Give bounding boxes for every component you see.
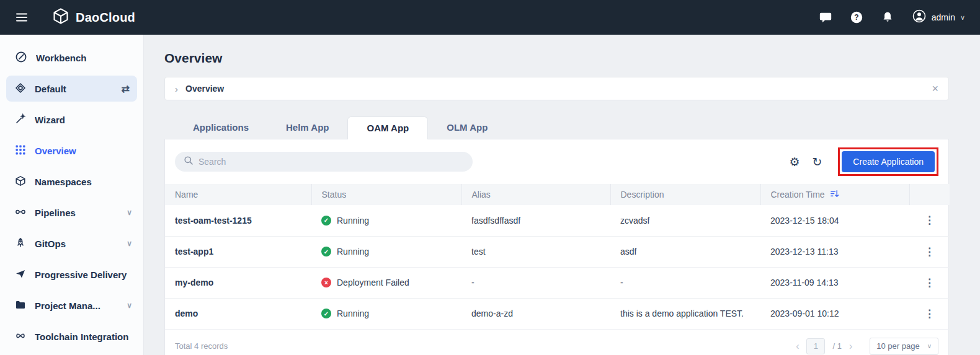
cell-status: ✓ Running [311, 236, 461, 267]
table-footer: Total 4 records ‹ 1 / 1 › 10 per page ∨ [165, 330, 948, 355]
total-records-label: Total 4 records [175, 341, 228, 351]
chevron-down-icon: ∨ [127, 301, 132, 310]
sidebar-item-workbench[interactable]: Workbench [0, 42, 143, 73]
svg-text:?: ? [854, 13, 858, 22]
row-more-actions-icon[interactable]: ⋮ [919, 245, 940, 258]
row-more-actions-icon[interactable]: ⋮ [919, 214, 940, 227]
per-page-select[interactable]: 10 per page ∨ [870, 338, 938, 355]
table-body: test-oam-test-1215 ✓ Running fasdfsdffas… [165, 205, 950, 329]
sidebar-item-progressive-delivery[interactable]: Progressive Delivery [0, 259, 143, 290]
status-cell-content: × Deployment Failed [321, 278, 452, 287]
current-page-input[interactable]: 1 [806, 338, 825, 354]
pagination: ‹ 1 / 1 › 10 per page ∨ [796, 338, 938, 355]
sidebar-item-label: Overview [35, 146, 132, 156]
cell-alias: - [461, 267, 610, 298]
row-more-actions-icon[interactable]: ⋮ [919, 276, 940, 289]
cell-description: this is a demo application TEST. [610, 298, 760, 329]
cell-creation-time: 2023-12-15 18:04 [760, 205, 909, 236]
sidebar: Workbench Default ⇄ Wizard Overview Name… [0, 35, 144, 355]
table-row[interactable]: my-demo × Deployment Failed - - 2023-11-… [165, 267, 950, 298]
user-chevron-down-icon: ∨ [960, 14, 965, 22]
status-text: Running [337, 309, 369, 318]
cell-name: my-demo [165, 267, 311, 298]
notification-bell-icon[interactable] [881, 11, 894, 24]
cell-actions: ⋮ [909, 267, 950, 298]
sort-descending-icon[interactable] [830, 189, 839, 200]
breadcrumb-close-icon[interactable]: × [932, 83, 938, 94]
refresh-icon[interactable]: ↻ [812, 156, 822, 168]
brand-name: DaoCloud [76, 11, 135, 25]
default-workspace-icon [15, 82, 26, 95]
sidebar-item-overview[interactable]: Overview [0, 135, 143, 166]
previous-page-icon[interactable]: ‹ [796, 341, 799, 352]
per-page-label: 10 per page [876, 341, 919, 351]
sidebar-item-label: Progressive Delivery [35, 270, 132, 280]
table-header-row: Name Status Alias Description Creation T… [165, 184, 950, 205]
sidebar-item-label: Pipelines [35, 208, 118, 218]
status-text: Running [337, 247, 369, 256]
gitops-rocket-icon [15, 237, 26, 250]
brand-logo[interactable]: DaoCloud [52, 7, 135, 27]
sidebar-item-toolchain-integration[interactable]: Toolchain Integration [0, 321, 143, 352]
sidebar-item-wizard[interactable]: Wizard [0, 104, 143, 135]
table-row[interactable]: demo ✓ Running demo-a-zd this is a demo … [165, 298, 950, 329]
hamburger-menu-icon[interactable] [15, 11, 29, 24]
table-toolbar: ⚙ ↻ Create Application [165, 139, 948, 184]
sidebar-item-pipelines[interactable]: Pipelines ∨ [0, 197, 143, 228]
sidebar-item-label: Default [35, 84, 113, 94]
cell-status: × Deployment Failed [311, 267, 461, 298]
sidebar-item-label: Wizard [35, 115, 132, 125]
wizard-wand-icon [15, 113, 26, 126]
sidebar-item-gitops[interactable]: GitOps ∨ [0, 228, 143, 259]
cell-creation-time: 2023-09-01 10:12 [760, 298, 909, 329]
total-pages-label: / 1 [832, 341, 841, 351]
tab-applications[interactable]: Applications [174, 116, 267, 139]
tab-olm-app[interactable]: OLM App [428, 116, 506, 139]
chevron-down-icon: ∨ [127, 208, 132, 217]
next-page-icon[interactable]: › [849, 341, 852, 352]
column-header-actions [909, 184, 950, 205]
cell-creation-time: 2023-11-09 14:13 [760, 267, 909, 298]
switch-workspace-icon[interactable]: ⇄ [122, 83, 130, 95]
username: admin [932, 12, 955, 22]
table-row[interactable]: test-oam-test-1215 ✓ Running fasdfsdffas… [165, 205, 950, 236]
tab-helm-app[interactable]: Helm App [267, 116, 347, 139]
sidebar-item-default[interactable]: Default ⇄ [6, 76, 137, 102]
cell-name: demo [165, 298, 311, 329]
sidebar-item-label: Toolchain Integration [35, 331, 132, 342]
tab-bar: Applications Helm App OAM App OLM App [164, 116, 949, 139]
cell-alias: fasdfsdffasdf [461, 205, 610, 236]
cell-alias: demo-a-zd [461, 298, 610, 329]
create-application-button[interactable]: Create Application [842, 151, 935, 172]
chat-icon[interactable] [819, 11, 832, 24]
status-icon: × [321, 278, 331, 287]
namespaces-cube-icon [15, 175, 26, 188]
search-box[interactable] [175, 152, 473, 172]
page-title: Overview [164, 51, 949, 66]
sidebar-item-project-management[interactable]: Project Mana... ∨ [0, 290, 143, 321]
cell-actions: ⋮ [909, 236, 950, 267]
cell-alias: test [461, 236, 610, 267]
sidebar-item-namespaces[interactable]: Namespaces [0, 166, 143, 197]
cell-actions: ⋮ [909, 298, 950, 329]
help-icon[interactable]: ? [850, 11, 863, 24]
overview-grid-icon [15, 144, 26, 157]
table-row[interactable]: test-app1 ✓ Running test asdf 2023-12-13… [165, 236, 950, 267]
select-chevron-down-icon: ∨ [927, 343, 932, 349]
user-menu[interactable]: admin ∨ [912, 9, 965, 26]
breadcrumb-chevron-icon[interactable]: › [175, 84, 178, 94]
breadcrumb-label: Overview [185, 84, 932, 94]
chevron-down-icon: ∨ [127, 239, 132, 248]
cell-name: test-app1 [165, 236, 311, 267]
sidebar-item-label: GitOps [35, 239, 118, 249]
column-header-description: Description [610, 184, 760, 205]
cell-actions: ⋮ [909, 205, 950, 236]
tab-oam-app[interactable]: OAM App [347, 116, 428, 139]
column-header-name: Name [165, 184, 311, 205]
settings-gear-icon[interactable]: ⚙ [789, 156, 800, 168]
search-input[interactable] [198, 157, 464, 167]
status-cell-content: ✓ Running [321, 216, 452, 226]
row-more-actions-icon[interactable]: ⋮ [919, 307, 940, 320]
cell-description: asdf [610, 236, 760, 267]
status-cell-content: ✓ Running [321, 309, 452, 318]
